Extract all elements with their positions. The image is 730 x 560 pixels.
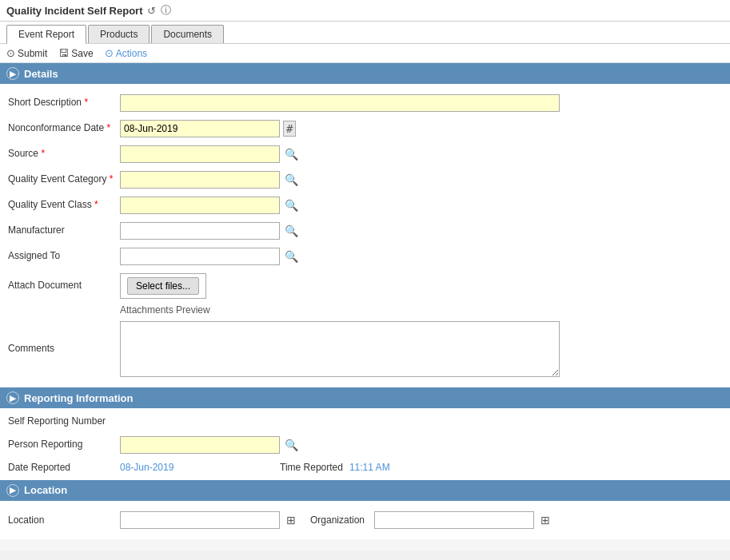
comments-wrap [120,321,722,377]
quality-event-class-wrap: 🔍 [120,197,722,214]
submit-button[interactable]: ⊙ Submit [6,47,47,59]
manufacturer-search-icon[interactable]: 🔍 [283,224,300,237]
date-reported-label: Date Reported [8,462,120,473]
select-files-button[interactable]: Select files... [127,277,199,295]
self-reporting-number-label: Self Reporting Number [8,415,120,428]
main-content: ▶ Details Short Description * Nonconform… [0,63,730,551]
info-icon[interactable]: ⓘ [161,3,171,18]
time-reported-label: Time Reported [280,462,343,473]
person-reporting-search-icon[interactable]: 🔍 [283,439,300,451]
short-description-row: Short Description * [0,90,730,116]
quality-event-category-wrap: 🔍 [120,171,722,189]
attach-document-label: Attach Document [8,280,120,292]
organization-grid-icon[interactable]: ⊞ [539,514,552,526]
location-form: Location ⊞ Organization ⊞ [0,501,730,539]
short-description-wrap [120,94,722,112]
details-form: Short Description * Nonconformance Date … [0,84,730,387]
self-reporting-number-row: Self Reporting Number [0,411,730,432]
nonconformance-date-label: Nonconformance Date * [8,122,120,135]
short-description-required: * [84,97,88,108]
person-reporting-input[interactable] [120,436,280,454]
source-row: Source * 🔍 [0,141,730,167]
attach-document-row: Attach Document Select files... [0,269,730,303]
details-title: Details [24,68,58,80]
date-time-row: Date Reported 08-Jun-2019 Time Reported … [0,458,730,477]
nonconformance-date-row: Nonconformance Date * # [0,116,730,141]
source-search-icon[interactable]: 🔍 [283,148,300,161]
submit-icon: ⊙ [6,47,15,59]
toolbar: ⊙ Submit 🖫 Save ⊙ Actions [0,44,730,63]
person-reporting-row: Person Reporting 🔍 [0,432,730,458]
quality-event-category-row: Quality Event Category * 🔍 [0,167,730,193]
quality-event-class-row: Quality Event Class * 🔍 [0,193,730,218]
assigned-to-row: Assigned To 🔍 [0,244,730,269]
tab-bar: Event Report Products Documents [0,22,730,44]
comments-input[interactable] [120,321,560,377]
reporting-title: Reporting Information [24,392,134,404]
location-label: Location [8,514,120,526]
save-button[interactable]: 🖫 Save [58,47,93,59]
actions-button[interactable]: ⊙ Actions [105,47,147,59]
location-section-header: ▶ Location [0,480,730,501]
reporting-form: Self Reporting Number Person Reporting 🔍… [0,408,730,480]
details-toggle[interactable]: ▶ [6,67,19,80]
short-description-label: Short Description * [8,97,120,109]
source-input[interactable] [120,145,280,163]
reporting-toggle[interactable]: ▶ [6,391,19,404]
actions-icon: ⊙ [105,47,114,59]
title-bar: Quality Incident Self Report ↺ ⓘ [0,0,730,22]
comments-row: Comments [0,317,730,381]
save-icon: 🖫 [58,47,69,59]
refresh-icon[interactable]: ↺ [147,5,156,17]
attachments-preview: Attachments Preview [0,303,730,317]
nonconformance-date-input[interactable] [120,120,280,137]
quality-event-class-label: Quality Event Class * [8,199,120,212]
manufacturer-wrap: 🔍 [120,222,722,240]
nonconformance-date-wrap: # [120,120,722,137]
reporting-section-header: ▶ Reporting Information [0,387,730,408]
quality-event-category-input[interactable] [120,171,280,189]
location-controls: ⊞ Organization ⊞ [120,511,722,529]
quality-event-category-search-icon[interactable]: 🔍 [283,173,300,186]
quality-event-category-label: Quality Event Category * [8,173,120,186]
organization-label: Organization [310,514,365,526]
quality-event-class-input[interactable] [120,197,280,214]
assigned-to-label: Assigned To [8,250,120,263]
attach-document-wrap: Select files... [120,273,722,299]
assigned-to-wrap: 🔍 [120,248,722,265]
tab-products[interactable]: Products [88,25,150,43]
location-toggle[interactable]: ▶ [6,484,19,497]
location-grid-icon[interactable]: ⊞ [285,514,297,526]
comments-label: Comments [8,343,120,355]
location-title: Location [24,484,67,496]
person-reporting-wrap: 🔍 [120,436,722,454]
assigned-to-input[interactable] [120,248,280,265]
time-reported-value: 11:11 AM [349,462,390,473]
organization-input[interactable] [374,511,534,529]
calendar-icon[interactable]: # [283,121,296,137]
attach-box: Select files... [120,273,206,299]
tab-documents[interactable]: Documents [151,25,224,43]
details-section-header: ▶ Details [0,63,730,84]
manufacturer-input[interactable] [120,222,280,240]
assigned-to-search-icon[interactable]: 🔍 [283,250,300,263]
location-row: Location ⊞ Organization ⊞ [0,507,730,533]
manufacturer-label: Manufacturer [8,224,120,237]
date-reported-value: 08-Jun-2019 [120,462,280,473]
source-label: Source * [8,148,120,161]
tab-event-report[interactable]: Event Report [6,25,86,44]
quality-event-class-search-icon[interactable]: 🔍 [283,199,300,212]
person-reporting-label: Person Reporting [8,439,120,451]
manufacturer-row: Manufacturer 🔍 [0,218,730,244]
app-title: Quality Incident Self Report [6,5,142,17]
source-wrap: 🔍 [120,145,722,163]
short-description-input[interactable] [120,94,560,112]
location-input[interactable] [120,511,280,529]
